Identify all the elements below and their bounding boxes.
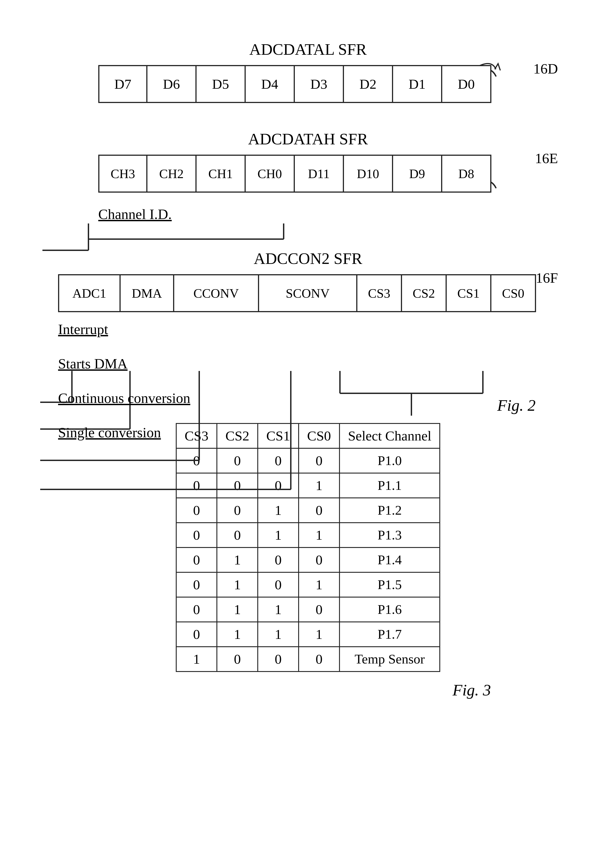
table-cell-r5-c0: 0 — [176, 572, 217, 597]
adcdatah-cell-d8: D8 — [442, 155, 491, 193]
table-cell-r2-c1: 0 — [217, 498, 258, 523]
table-cell-r5-c3: 1 — [299, 572, 340, 597]
table-cell-r6-c4: P1.6 — [340, 597, 440, 622]
table-cell-r2-c4: P1.2 — [340, 498, 440, 523]
table-row: 0111P1.7 — [176, 622, 440, 647]
adccon2-cell-sconv: SCONV — [259, 274, 357, 312]
table-cell-r5-c2: 0 — [258, 572, 299, 597]
table-row: 0101P1.5 — [176, 572, 440, 597]
adcdatal-row: D7D6D5D4D3D2D1D0 — [98, 65, 558, 103]
adcdatah-cell-ch2: CH2 — [147, 155, 196, 193]
adcdatah-title: ADCDATAH SFR — [58, 130, 558, 149]
table-cell-r4-c1: 1 — [217, 548, 258, 572]
adccon2-cell-cs2: CS2 — [402, 274, 447, 312]
table-cell-r6-c3: 0 — [299, 597, 340, 622]
table-cell-r2-c3: 0 — [299, 498, 340, 523]
table-cell-r8-c4: Temp Sensor — [340, 647, 440, 671]
adccon2-cell-adc1: ADC1 — [58, 274, 120, 312]
table-cell-r0-c1: 0 — [217, 448, 258, 473]
adcdatah-cell-ch3: CH3 — [98, 155, 147, 193]
adcdatal-section: ADCDATAL SFR 16D D7D6D5D4D3D2D1D0 — [58, 40, 558, 103]
adccon2-title: ADCCON2 SFR — [58, 249, 558, 268]
table-cell-r8-c3: 0 — [299, 647, 340, 671]
table-cell-r3-c1: 0 — [217, 523, 258, 548]
table-row: 0000P1.0 — [176, 448, 440, 473]
interrupt-label: Interrupt — [58, 321, 558, 338]
table-cell-r4-c2: 0 — [258, 548, 299, 572]
fig3-section: CS3CS2CS1CS0Select Channel 0000P1.00001P… — [58, 423, 558, 699]
table-cell-r1-c1: 0 — [217, 473, 258, 498]
adccon2-cell-cs0: CS0 — [491, 274, 536, 312]
adcdatah-row: CH3CH2CH1CH0D11D10D9D8 — [98, 155, 558, 193]
table-cell-r0-c0: 0 — [176, 448, 217, 473]
channel-table: CS3CS2CS1CS0Select Channel 0000P1.00001P… — [176, 423, 440, 672]
adcdatal-cell-d3: D3 — [295, 65, 344, 103]
table-row: 1000Temp Sensor — [176, 647, 440, 671]
channel-id-label: Channel I.D. — [98, 206, 558, 223]
table-cell-r2-c2: 1 — [258, 498, 299, 523]
table-cell-r8-c2: 0 — [258, 647, 299, 671]
adcdatah-section: ADCDATAH SFR 16E CH3CH2CH1CH0D11D10D9D8 — [58, 130, 558, 193]
table-cell-r3-c3: 1 — [299, 523, 340, 548]
table-row: 0100P1.4 — [176, 548, 440, 572]
table-cell-r7-c3: 1 — [299, 622, 340, 647]
adcdatah-cell-d10: D10 — [344, 155, 393, 193]
table-cell-r7-c1: 1 — [217, 622, 258, 647]
adccon2-cell-dma: DMA — [120, 274, 174, 312]
adccon2-cell-cs1: CS1 — [447, 274, 491, 312]
table-cell-r4-c0: 0 — [176, 548, 217, 572]
adccon2-row: ADC1DMACCONVSCONVCS3CS2CS1CS0 — [58, 274, 558, 312]
table-cell-r6-c1: 1 — [217, 597, 258, 622]
adccon2-cell-cs3: CS3 — [357, 274, 402, 312]
table-cell-r8-c1: 0 — [217, 647, 258, 671]
adccon2-cell-cconv: CCONV — [174, 274, 259, 312]
table-cell-r0-c4: P1.0 — [340, 448, 440, 473]
table-cell-r3-c4: P1.3 — [340, 523, 440, 548]
adcdatal-cell-d6: D6 — [147, 65, 196, 103]
fig3-label: Fig. 3 — [58, 681, 491, 699]
adcdatah-cell-ch1: CH1 — [196, 155, 246, 193]
table-cell-r4-c3: 0 — [299, 548, 340, 572]
table-cell-r2-c0: 0 — [176, 498, 217, 523]
starts-dma-label: Starts DMA — [58, 356, 558, 372]
table-row: 0110P1.6 — [176, 597, 440, 622]
adcdatal-cell-d7: D7 — [98, 65, 147, 103]
adcdatal-cell-d2: D2 — [344, 65, 393, 103]
single-label: Single conversion — [58, 424, 558, 441]
table-cell-r5-c4: P1.5 — [340, 572, 440, 597]
adcdatal-cell-d0: D0 — [442, 65, 491, 103]
table-cell-r1-c4: P1.1 — [340, 473, 440, 498]
table-body: 0000P1.00001P1.10010P1.20011P1.30100P1.4… — [176, 448, 440, 671]
adcdatal-cell-d5: D5 — [196, 65, 246, 103]
table-cell-r6-c0: 0 — [176, 597, 217, 622]
table-row: 0011P1.3 — [176, 523, 440, 548]
adcdatal-cell-d1: D1 — [393, 65, 442, 103]
table-cell-r0-c3: 0 — [299, 448, 340, 473]
table-cell-r7-c4: P1.7 — [340, 622, 440, 647]
adcdatah-cell-d9: D9 — [393, 155, 442, 193]
adcdatal-title: ADCDATAL SFR — [58, 40, 558, 59]
table-cell-r0-c2: 0 — [258, 448, 299, 473]
table-cell-r7-c0: 0 — [176, 622, 217, 647]
adcdatah-cell-ch0: CH0 — [246, 155, 295, 193]
adcdatal-cell-d4: D4 — [246, 65, 295, 103]
adcdatah-cell-d11: D11 — [295, 155, 344, 193]
table-cell-r3-c2: 1 — [258, 523, 299, 548]
fig2-label: Fig. 2 — [497, 396, 536, 415]
table-cell-r3-c0: 0 — [176, 523, 217, 548]
table-cell-r5-c1: 1 — [217, 572, 258, 597]
table-cell-r8-c0: 1 — [176, 647, 217, 671]
adccon2-section: ADCCON2 SFR 16F ADC1DMACCONVSCONVCS3CS2C… — [58, 249, 558, 312]
table-row: 0010P1.2 — [176, 498, 440, 523]
table-cell-r1-c0: 0 — [176, 473, 217, 498]
continuous-label: Continuous conversion — [58, 390, 558, 407]
table-cell-r7-c2: 1 — [258, 622, 299, 647]
table-cell-r1-c2: 0 — [258, 473, 299, 498]
table-row: 0001P1.1 — [176, 473, 440, 498]
table-cell-r4-c4: P1.4 — [340, 548, 440, 572]
labels-section: Interrupt Starts DMA Continuous conversi… — [58, 321, 558, 441]
table-cell-r1-c3: 1 — [299, 473, 340, 498]
table-cell-r6-c2: 1 — [258, 597, 299, 622]
